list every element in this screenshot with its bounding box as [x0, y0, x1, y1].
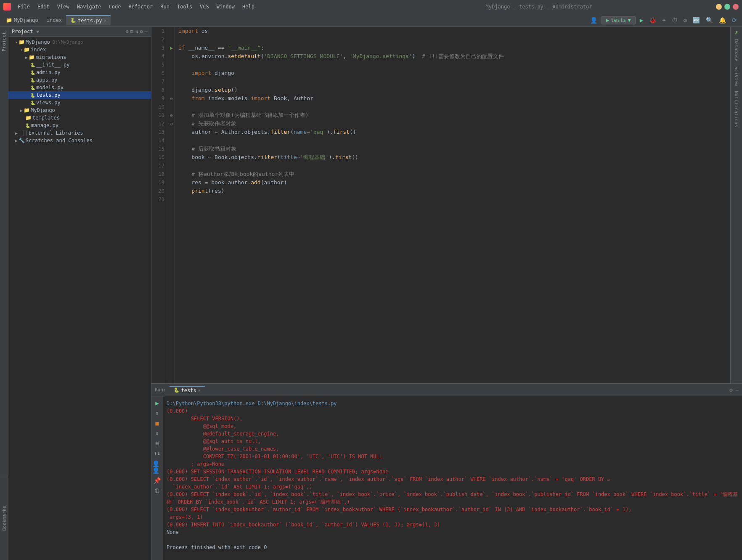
- tree-ext-libs[interactable]: ▶ ||| External Libraries: [8, 129, 151, 137]
- code-line-8: django.setup(): [178, 86, 727, 94]
- menu-view[interactable]: View: [54, 3, 73, 11]
- tree-init[interactable]: 🐍 __init__.py: [8, 61, 151, 69]
- views-py-icon: 🐍: [30, 101, 35, 105]
- sciview-label[interactable]: SciView: [734, 66, 739, 86]
- toolbar-right: 👤 ▶ tests ▼ ▶ 🐞 ☂ ⏱ ⚙ 🔤 🔍 🔔 ⟳: [588, 16, 742, 24]
- run-scroll-btn[interactable]: ⬇: [155, 430, 159, 437]
- scratches-arrow: ▶: [15, 138, 18, 143]
- search-icon[interactable]: 🔍: [704, 16, 715, 24]
- output-line-9: (0.000) SET SESSION TRANSACTION ISOLATIO…: [167, 468, 739, 475]
- tree-index-folder[interactable]: ▾ 📁 index: [8, 46, 151, 53]
- panel-actions: ⊕ ⊟ ⇅ ⚙ —: [126, 29, 148, 35]
- tab-close-icon[interactable]: ✕: [104, 18, 106, 23]
- run-tab[interactable]: 🐍 tests ✕: [170, 386, 205, 394]
- run-label-left: Run:: [155, 387, 166, 393]
- output-line-10: (0.000) SELECT `index_author`.`id`, `ind…: [167, 475, 739, 483]
- output-line-14: None: [167, 528, 739, 536]
- menu-help[interactable]: Help: [239, 3, 258, 11]
- sort-icon[interactable]: ⇅: [135, 29, 138, 35]
- code-line-6: import django: [178, 69, 727, 77]
- run-rerun-btn[interactable]: ■: [155, 420, 159, 427]
- output-content[interactable]: D:\Python\Python38\python.exe D:\MyDjang…: [163, 396, 742, 560]
- tree-mydjango-sub[interactable]: ▶ 📁 MyDjango: [8, 106, 151, 114]
- update-icon[interactable]: ⟳: [730, 16, 739, 24]
- bookmarks-label[interactable]: Bookmarks: [2, 506, 7, 531]
- tree-migrations-folder[interactable]: ▶ 📁 migrations: [8, 53, 151, 61]
- tree-templates[interactable]: 📁 templates: [8, 114, 151, 122]
- maximize-button[interactable]: [724, 4, 730, 10]
- translate-icon[interactable]: 🔤: [691, 16, 702, 24]
- gutter: ▶ ⊖ ⊖ ⊖: [168, 27, 175, 383]
- ext-libs-arrow: ▶: [15, 131, 18, 135]
- run-clear-btn[interactable]: 🗑: [154, 487, 160, 494]
- fold-icon-11[interactable]: ⊖: [170, 113, 173, 118]
- code-line-19: res = book.author.add(author): [178, 178, 727, 187]
- tree-admin[interactable]: 🐍 admin.py: [8, 69, 151, 76]
- menu-bar: File Edit View Navigate Code Refactor Ru…: [14, 3, 362, 11]
- close-button[interactable]: [733, 4, 739, 10]
- collapse-all-icon[interactable]: ⊟: [130, 29, 133, 35]
- scratches-icon: 🔧: [19, 138, 25, 143]
- menu-navigate[interactable]: Navigate: [74, 3, 105, 11]
- tree-views[interactable]: 🐍 views.py: [8, 99, 151, 106]
- notifications-label[interactable]: Notifications: [734, 91, 739, 127]
- run-wrap-btn[interactable]: ≡: [155, 440, 159, 447]
- menu-run[interactable]: Run: [157, 3, 173, 11]
- debug-icon[interactable]: 🐞: [647, 16, 658, 24]
- run-filter-btn[interactable]: ⬆⬇: [154, 450, 161, 457]
- menu-edit[interactable]: Edit: [34, 3, 53, 11]
- root-label: MyDjango: [26, 39, 50, 45]
- menu-code[interactable]: Code: [106, 3, 125, 11]
- code-line-4: os.environ.setdefault('DJANGO_SETTINGS_M…: [178, 52, 727, 61]
- models-py-icon: 🐍: [30, 85, 35, 90]
- project-sidebar-label[interactable]: Project: [1, 32, 7, 51]
- tree-scratches[interactable]: ▶ 🔧 Scratches and Consoles: [8, 137, 151, 144]
- minimize-button[interactable]: [716, 4, 722, 10]
- output-line-1: (0.000): [167, 407, 739, 415]
- bottom-tabs: Run: 🐍 tests ✕ ⚙ —: [151, 384, 742, 396]
- run-play-icon[interactable]: ▶: [638, 16, 645, 24]
- run-tools-btn[interactable]: 👤👤: [152, 460, 162, 474]
- run-stop-btn[interactable]: ⬆: [155, 410, 159, 417]
- scope-icon[interactable]: ⊕: [126, 29, 129, 35]
- init-py-icon: 🐍: [30, 63, 35, 67]
- panel-dropdown-icon[interactable]: ▼: [37, 29, 40, 35]
- tree-manage[interactable]: 🐍 manage.py: [8, 122, 151, 129]
- tree-root[interactable]: ▾ 📁 MyDjango D:\MyDjango: [8, 38, 151, 46]
- run-pin-btn[interactable]: 📌: [154, 477, 161, 484]
- tests-py-icon: 🐍: [30, 93, 35, 98]
- templates-label: templates: [32, 115, 60, 121]
- database-label[interactable]: Database: [734, 39, 739, 61]
- menu-vcs[interactable]: VCS: [196, 3, 212, 11]
- run-config-label: tests: [611, 17, 626, 23]
- fold-icon-9[interactable]: ⊖: [170, 96, 173, 101]
- code-editor[interactable]: import os if __name__ == "__main__": os.…: [175, 27, 730, 383]
- run-play-btn[interactable]: ▶: [155, 400, 159, 406]
- index-tab[interactable]: index: [42, 16, 66, 25]
- menu-file[interactable]: File: [14, 3, 33, 11]
- menu-refactor[interactable]: Refactor: [125, 3, 156, 11]
- run-tab-close-icon[interactable]: ✕: [198, 388, 201, 393]
- tree-tests[interactable]: 🐍 tests.py: [8, 91, 151, 99]
- notifications-icon[interactable]: 🔔: [717, 16, 728, 24]
- settings-run-icon[interactable]: ⚙: [682, 16, 689, 24]
- run-gutter-icon[interactable]: ▶: [170, 45, 173, 51]
- profile-icon[interactable]: ⏱: [670, 16, 679, 24]
- settings-panel-icon[interactable]: ⚙: [140, 29, 143, 35]
- validation-check-icon: ✓: [734, 29, 739, 37]
- mydjango-sub-icon: 📁: [24, 107, 30, 113]
- account-icon[interactable]: 👤: [588, 16, 599, 24]
- py-file-icon: 🐍: [70, 18, 76, 23]
- run-config-btn[interactable]: ▶ tests ▼: [602, 16, 636, 24]
- tree-models[interactable]: 🐍 models.py: [8, 84, 151, 91]
- project-tab[interactable]: 📁 MyDjango: [2, 16, 42, 25]
- admin-label: admin.py: [36, 69, 61, 75]
- bottom-settings-icon[interactable]: ⚙ —: [729, 387, 739, 393]
- menu-tools[interactable]: Tools: [174, 3, 196, 11]
- tree-apps[interactable]: 🐍 apps.py: [8, 76, 151, 84]
- fold-icon-12[interactable]: ⊖: [170, 121, 173, 127]
- coverage-icon[interactable]: ☂: [660, 16, 667, 24]
- menu-window[interactable]: Window: [213, 3, 238, 11]
- close-panel-icon[interactable]: —: [145, 29, 148, 35]
- tests-file-tab[interactable]: 🐍 tests.py ✕: [66, 15, 111, 25]
